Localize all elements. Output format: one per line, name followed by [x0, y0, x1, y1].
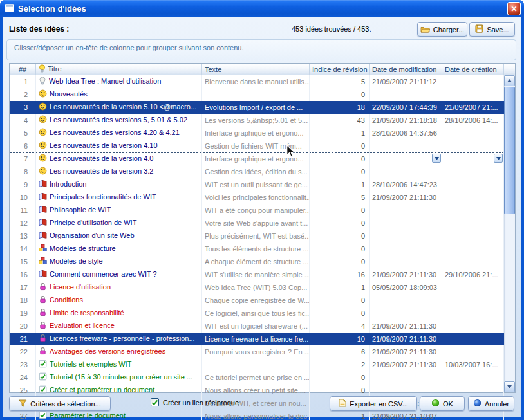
- table-row[interactable]: 16Comment commencer avec WIT ?WIT s'util…: [10, 268, 504, 281]
- idea-title-cell: Organisation d'un site Web: [36, 230, 202, 242]
- date-created: [442, 384, 504, 397]
- table-row[interactable]: 1Web Idea Tree : Manuel d'utilisationBie…: [10, 75, 504, 88]
- table-row[interactable]: 19Limite de responsabilitéCe logiciel, a…: [10, 307, 504, 320]
- date-modified: [370, 204, 442, 217]
- table-row[interactable]: 4Les nouveautés des versions 5, 5.01 & 5…: [10, 114, 504, 127]
- date-dropdown-button[interactable]: [494, 154, 503, 163]
- row-number: 12: [10, 217, 36, 230]
- header-spacer: [504, 64, 515, 75]
- idea-title-cell: Evaluation et licence: [36, 320, 202, 333]
- date-created: [442, 165, 504, 178]
- table-row[interactable]: 24Tutoriel (15 à 30 minutes pour créer u…: [10, 371, 504, 384]
- column-header-modification[interactable]: Date de modification: [370, 64, 442, 75]
- row-number: 3: [10, 101, 36, 114]
- book-icon: [39, 218, 47, 230]
- ok-button[interactable]: OK: [420, 396, 465, 411]
- table-row[interactable]: 11Philosophie de WITWIT a été conçu pour…: [10, 204, 504, 217]
- selection-criteria-button[interactable]: Critères de sélection...: [9, 396, 111, 411]
- titlebar[interactable]: Sélection d'idées ✕: [0, 0, 524, 17]
- idea-title-cell: Les nouveautés de la version 5.10 <@macr…: [36, 101, 202, 114]
- table-row[interactable]: 12Principe d'utilisation de WITVotre sit…: [10, 217, 504, 230]
- scrollbar-track[interactable]: [504, 86, 515, 381]
- column-header-num[interactable]: ##: [10, 64, 36, 75]
- table-row[interactable]: 7Les nouveautés de la version 4.0Interfa…: [10, 152, 504, 165]
- scrollbar-thumb[interactable]: [504, 87, 515, 214]
- column-header-creation[interactable]: Date de création: [442, 64, 504, 75]
- ideas-grid: ## Titre Texte Indice de révision Date d…: [9, 63, 516, 393]
- mouse-cursor-icon: [286, 145, 296, 158]
- book-icon: [39, 231, 47, 242]
- column-header-titre[interactable]: Titre: [36, 64, 202, 75]
- date-created: 10/03/2007 16:...: [442, 358, 504, 371]
- idea-text: A chaque élément de structure ...: [202, 255, 310, 268]
- table-row[interactable]: 3Les nouveautés de la version 5.10 <@mac…: [10, 101, 504, 114]
- blue-orb-icon: [473, 399, 482, 408]
- row-number: 6: [10, 140, 36, 152]
- idea-title: Modèles de structure: [50, 244, 116, 252]
- check-icon: [39, 372, 47, 384]
- date-modified: 21/09/2007 21:11:30: [370, 268, 442, 281]
- idea-title-cell: Principales fonctionnalités de WIT: [36, 191, 202, 204]
- idea-text: Pourquoi vous enregistrer ? En ...: [202, 345, 310, 358]
- revision-index: 0: [310, 230, 370, 242]
- cubes-icon: [39, 244, 47, 255]
- column-header-revision[interactable]: Indice de révision: [310, 64, 370, 75]
- group-by-hint-text: Glisser/déposer un en-tête de colonne po…: [14, 44, 244, 51]
- date-modified: [370, 307, 442, 320]
- revision-index: 0: [310, 371, 370, 384]
- idea-title: Les nouveautés de la version 4.0: [50, 154, 153, 162]
- idea-title-cell: Introduction: [36, 178, 202, 191]
- reciprocal-link-checkbox[interactable]: Créer un lien réciproque: [151, 398, 239, 406]
- idea-title-cell: Web Idea Tree : Manuel d'utilisation: [36, 75, 202, 88]
- column-header-texte[interactable]: Texte: [202, 64, 310, 75]
- date-created: [442, 178, 504, 191]
- row-number: 10: [10, 191, 36, 204]
- save-button[interactable]: Save...: [469, 22, 515, 37]
- table-row[interactable]: 21Licences freeware - personnelle - prof…: [10, 333, 504, 345]
- table-row[interactable]: 17Licence d'utilisationWeb Idea Tree (WI…: [10, 281, 504, 294]
- table-row[interactable]: 9IntroductionWIT est un outil puissant d…: [10, 178, 504, 191]
- table-row[interactable]: 27Paramétrer le documentNous allons pers…: [10, 410, 504, 420]
- export-csv-button[interactable]: Exporter en CSV...: [330, 396, 417, 411]
- csv-file-icon: [339, 399, 346, 408]
- revision-index: 1: [310, 178, 370, 191]
- green-orb-icon: [431, 399, 440, 408]
- idea-text: Voici les principales fonctionnalit...: [202, 191, 310, 204]
- date-created: [442, 307, 504, 320]
- table-row[interactable]: 8Les nouveautés de la version 3.2Gestion…: [10, 165, 504, 178]
- group-by-hint-panel[interactable]: Glisser/déposer un en-tête de colonne po…: [6, 39, 516, 60]
- lock-icon: [39, 295, 47, 307]
- idea-title-cell: Limite de responsabilité: [36, 307, 202, 320]
- date-dropdown-button[interactable]: [432, 154, 441, 163]
- ideas-table: ## Titre Texte Indice de révision Date d…: [10, 64, 504, 420]
- close-button[interactable]: ✕: [507, 2, 521, 15]
- table-row[interactable]: 20Evaluation et licenceWIT est un logici…: [10, 320, 504, 333]
- row-number: 23: [10, 358, 36, 371]
- date-modified: 21/09/2007 21:11:30: [370, 358, 442, 371]
- scroll-down-button[interactable]: [504, 381, 515, 392]
- filter-icon: [19, 399, 27, 408]
- table-row[interactable]: 14Modèles de structureTous les éléments …: [10, 242, 504, 255]
- idea-title-cell: Nouveautés: [36, 88, 202, 101]
- row-number: 18: [10, 294, 36, 307]
- table-row[interactable]: 2Nouveautés0: [10, 88, 504, 101]
- table-row[interactable]: 22Avantages des versions enregistréesPou…: [10, 345, 504, 358]
- table-row[interactable]: 5Les nouveautés des versions 4.20 & 4.21…: [10, 127, 504, 140]
- table-row[interactable]: 15Modèles de styleA chaque élément de st…: [10, 255, 504, 268]
- table-row[interactable]: 18ConditionsChaque copie enregistrée de …: [10, 294, 504, 307]
- table-row[interactable]: 13Organisation d'un site WebPlus précisé…: [10, 230, 504, 242]
- table-row[interactable]: 23Tutoriels et exemples WIT221/09/2007 2…: [10, 358, 504, 371]
- table-row[interactable]: 25Créer et paramétrer un documentNous al…: [10, 384, 504, 397]
- table-row[interactable]: 10Principales fonctionnalités de WITVoic…: [10, 191, 504, 204]
- date-modified: 22/09/2007 17:44:39: [370, 101, 442, 114]
- load-button[interactable]: Charger...: [417, 22, 467, 37]
- vertical-scrollbar[interactable]: [504, 75, 515, 392]
- date-created: 21/09/2007 21:...: [442, 101, 504, 114]
- idea-title-cell: Les nouveautés des versions 4.20 & 4.21: [36, 127, 202, 140]
- cancel-button[interactable]: Annuler: [468, 396, 514, 411]
- table-row[interactable]: 6Les nouveautés de la version 4.10Gestio…: [10, 140, 504, 152]
- idea-title: Modèles de style: [50, 257, 103, 265]
- scroll-up-button[interactable]: [504, 75, 515, 86]
- lock-icon: [39, 334, 47, 345]
- check-icon: [39, 385, 47, 397]
